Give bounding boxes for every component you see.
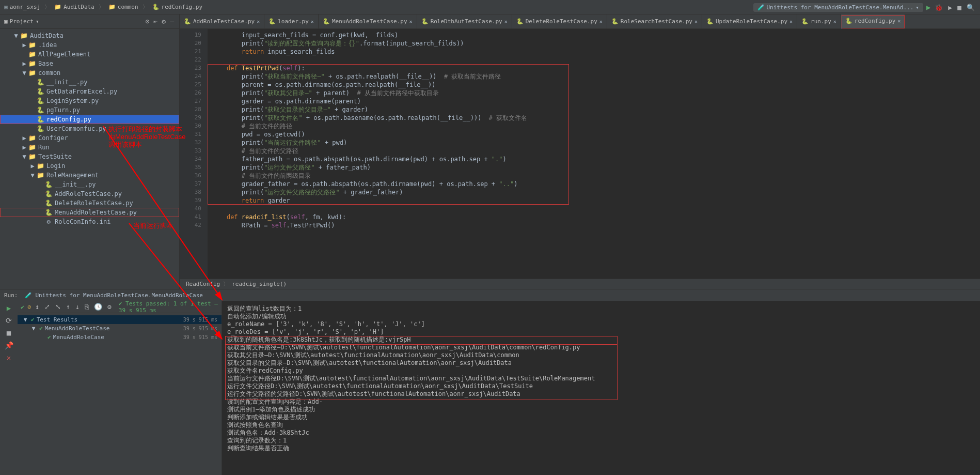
tree-item[interactable]: ▼📁TestSuite	[0, 152, 179, 161]
sidebar-title[interactable]: Project	[10, 18, 34, 25]
toggle-button[interactable]: ⟳	[6, 316, 12, 325]
crumb-method[interactable]: readcig_single()	[232, 281, 287, 287]
test-item[interactable]: ▼✔MenuAddRoleTestCase39 s 915 ms	[18, 324, 222, 333]
tree-item[interactable]: ▼📁AuditData	[0, 31, 179, 40]
warn-icon[interactable]: ⊘	[27, 303, 31, 311]
crumb-file[interactable]: redConfig.py	[162, 4, 202, 10]
run-config-dropdown[interactable]: 🧪 Unittests for MenuAddRoleTestCase.Menu…	[753, 3, 923, 12]
editor-tab[interactable]: 🐍DeleteRoleTestCase.py✕	[512, 14, 607, 29]
next-icon[interactable]: ↓	[74, 303, 81, 311]
tree-label[interactable]: pgTurn.py	[46, 106, 80, 114]
tree-label[interactable]: MenuAddRoleTestCase.py	[55, 209, 137, 216]
editor-tab[interactable]: 🐍MenuAddRoleTestCase.py✕	[319, 14, 417, 29]
tree-label[interactable]: Base	[38, 60, 53, 67]
tree-label[interactable]: common	[38, 69, 60, 76]
tree-label[interactable]: Run	[38, 144, 50, 151]
tree-item[interactable]: ▶📁Login	[0, 161, 179, 171]
stop-button[interactable]: ■	[956, 4, 962, 11]
tree-arrow[interactable]	[29, 106, 36, 114]
close-icon[interactable]: ✕	[504, 19, 508, 24]
project-tree[interactable]: ▼📁AuditData▶📁.idea 📁AllPageElement▶📁Base…	[0, 29, 179, 289]
test-tree[interactable]: ▼✔Test Results39 s 915 ms▼✔MenuAddRoleTe…	[18, 313, 222, 475]
tree-item[interactable]: ▶📁Base	[0, 59, 179, 68]
tree-label[interactable]: redConfig.py	[46, 116, 91, 123]
console-output[interactable]: 返回的查询list数目为：1自动化添加/编辑成功e_roleName = ['3…	[222, 301, 980, 475]
editor-tab[interactable]: 🐍run.py✕	[797, 14, 841, 29]
tree-item[interactable]: ▶📁Run	[0, 143, 179, 152]
tree-arrow[interactable]	[37, 181, 44, 188]
tree-label[interactable]: .idea	[38, 41, 57, 49]
tree-item[interactable]: ▼📁RoleManagement	[0, 171, 179, 180]
editor-tab[interactable]: 🐍AddRoleTestCase.py✕	[180, 14, 264, 29]
collapse-icon[interactable]: ⇤	[153, 18, 159, 25]
tree-label[interactable]: GetDataFromExcel.py	[46, 88, 117, 95]
editor-tab[interactable]: 🐍RoleDtbAutTestCase.py✕	[417, 14, 512, 29]
crumb-folder2[interactable]: common	[118, 4, 138, 10]
tree-label[interactable]: AuditData	[30, 32, 64, 39]
tree-arrow[interactable]	[29, 88, 36, 95]
tree-label[interactable]: LoginSystem.py	[46, 97, 99, 104]
tree-arrow[interactable]	[37, 218, 44, 225]
tree-item[interactable]: 🐍UserCommonfuc.py	[0, 124, 179, 133]
tree-arrow[interactable]	[29, 97, 36, 104]
sort-icon[interactable]: ↕	[34, 303, 40, 311]
rerun-button[interactable]: ▶	[7, 304, 11, 312]
check-icon[interactable]: ✔	[21, 303, 24, 311]
tree-arrow[interactable]: ▼	[12, 32, 20, 39]
tree-item[interactable]: ▶📁Configer	[0, 133, 179, 143]
chevron-down-icon[interactable]: ▾	[36, 18, 39, 25]
tree-label[interactable]: RoleManagement	[46, 172, 99, 179]
editor-tab[interactable]: 🐍RoleSearchTestCase.py✕	[607, 14, 702, 29]
tree-arrow[interactable]: ▶	[21, 134, 28, 142]
tree-arrow[interactable]	[21, 51, 28, 58]
tree-label[interactable]: UserCommonfuc.py	[46, 125, 106, 132]
crumb-class[interactable]: ReadConfig	[186, 281, 220, 287]
tree-arrow[interactable]	[29, 79, 36, 86]
close-button[interactable]: ✕	[7, 354, 11, 362]
crumb-project[interactable]: aonr_sxsj	[10, 4, 41, 10]
tree-arrow[interactable]: ▶	[21, 41, 28, 49]
tree-label[interactable]: Configer	[38, 134, 68, 142]
debug-button[interactable]: 🐞	[934, 4, 944, 11]
tree-arrow[interactable]	[29, 125, 36, 132]
pin-button[interactable]: 📌	[5, 341, 13, 349]
tree-item[interactable]: 🐍__init__.py	[0, 78, 179, 87]
tree-arrow[interactable]	[37, 190, 44, 197]
tree-label[interactable]: AddRoleTestCase.py	[55, 190, 122, 197]
tree-arrow[interactable]	[29, 116, 36, 123]
tree-label[interactable]: __init__.py	[55, 181, 96, 188]
search-button[interactable]: 🔍	[966, 4, 976, 11]
tree-arrow[interactable]: ▼	[21, 153, 28, 160]
tree-item[interactable]: ⚙RoleConInfo.ini	[0, 217, 179, 226]
collapse-icon[interactable]: ⤡	[54, 303, 62, 311]
coverage-button[interactable]: ▶	[947, 4, 953, 11]
close-icon[interactable]: ✕	[409, 19, 413, 24]
tree-item[interactable]: 🐍pgTurn.py	[0, 105, 179, 115]
expand-icon[interactable]: ⤢	[43, 303, 51, 311]
hide-icon[interactable]: —	[169, 18, 175, 25]
crumb-folder1[interactable]: AuditData	[64, 4, 94, 10]
tree-item[interactable]: ▼📁common	[0, 68, 179, 78]
editor-tab[interactable]: 🐍loader.py✕	[264, 14, 319, 29]
tree-item[interactable]: 📁AllPageElement	[0, 50, 179, 59]
history-icon[interactable]: 🕓	[93, 303, 103, 311]
tree-label[interactable]: Login	[46, 162, 65, 170]
test-item[interactable]: ✔MenuAddRoleCase39 s 915 ms	[18, 333, 222, 342]
tree-arrow[interactable]: ▶	[21, 60, 28, 67]
export-icon[interactable]: ⎘	[84, 303, 90, 311]
tree-arrow[interactable]: ▼	[29, 172, 36, 179]
code-editor[interactable]: input_search_filds = conf.get(kwd, filds…	[208, 29, 980, 279]
tree-arrow[interactable]	[37, 200, 44, 207]
code-breadcrumb[interactable]: ReadConfig 〉 readcig_single()	[180, 279, 980, 289]
close-icon[interactable]: ✕	[311, 19, 314, 24]
close-icon[interactable]: ✕	[694, 19, 698, 24]
close-icon[interactable]: ✕	[257, 19, 260, 24]
close-icon[interactable]: ✕	[897, 18, 900, 24]
tree-item[interactable]: 🐍__init__.py	[0, 180, 179, 189]
tree-label[interactable]: DeleteRoleTestCase.py	[55, 200, 133, 207]
close-icon[interactable]: ✕	[599, 19, 603, 24]
tree-item[interactable]: 🐍MenuAddRoleTestCase.py	[0, 208, 179, 217]
editor-tab[interactable]: 🐍UpdateRoleTestCase.py✕	[702, 14, 797, 29]
tree-item[interactable]: 🐍AddRoleTestCase.py	[0, 189, 179, 198]
run-button[interactable]: ▶	[926, 3, 930, 11]
